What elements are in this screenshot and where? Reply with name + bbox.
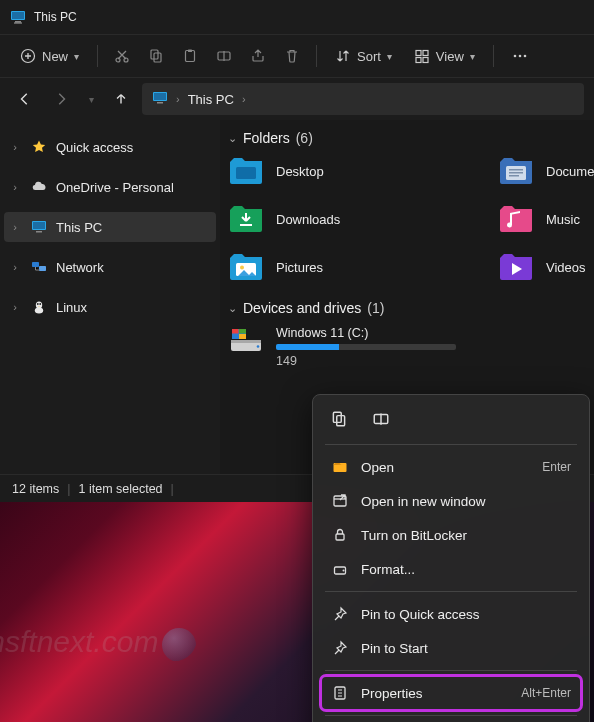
sort-button[interactable]: Sort ▾: [327, 44, 400, 68]
chevron-down-icon: ⌄: [228, 302, 237, 315]
delete-button[interactable]: [278, 42, 306, 70]
copy-button[interactable]: [142, 42, 170, 70]
videos-folder-icon: [498, 252, 534, 282]
up-button[interactable]: [106, 84, 136, 114]
svg-rect-9: [186, 51, 195, 62]
chevron-right-icon[interactable]: ›: [8, 181, 22, 193]
this-pc-icon: [152, 90, 168, 109]
sidebar-item-label: Quick access: [56, 140, 133, 155]
folders-group-header[interactable]: ⌄ Folders (6): [220, 120, 594, 152]
star-icon: [30, 138, 48, 156]
view-icon: [414, 48, 430, 64]
ctx-item-properties[interactable]: Properties Alt+Enter: [321, 676, 581, 710]
breadcrumb-location[interactable]: This PC: [188, 92, 234, 107]
folder-open-icon: [331, 458, 349, 476]
svg-point-6: [124, 58, 128, 62]
view-label: View: [436, 49, 464, 64]
sidebar-item-onedrive[interactable]: › OneDrive - Personal: [4, 172, 216, 202]
folder-music[interactable]: Music: [498, 204, 594, 234]
cut-button[interactable]: [108, 42, 136, 70]
ctx-item-shortcut: Alt+Enter: [521, 686, 571, 700]
paste-button[interactable]: [176, 42, 204, 70]
new-button[interactable]: New ▾: [12, 44, 87, 68]
section-title: Folders: [243, 130, 290, 146]
copy-icon: [148, 48, 164, 64]
folder-label: Videos: [546, 260, 586, 275]
ctx-item-format[interactable]: Format...: [321, 552, 581, 586]
sidebar-item-this-pc[interactable]: › This PC: [4, 212, 216, 242]
drive-c[interactable]: Windows 11 (C:) 149: [220, 322, 594, 372]
chevron-right-icon: ›: [242, 93, 246, 105]
more-button[interactable]: [506, 42, 534, 70]
command-bar: New ▾ Sort ▾ View ▾: [0, 34, 594, 78]
chevron-down-icon: ▾: [89, 94, 94, 105]
folder-pictures[interactable]: Pictures: [228, 252, 478, 282]
drive-label: Windows 11 (C:): [276, 326, 456, 340]
svg-point-30: [39, 303, 41, 305]
chevron-right-icon[interactable]: ›: [8, 261, 22, 273]
ctx-item-pin-start[interactable]: Pin to Start: [321, 631, 581, 665]
svg-rect-14: [416, 58, 421, 63]
svg-rect-23: [33, 222, 45, 229]
ctx-item-shortcut: Enter: [542, 460, 571, 474]
format-icon: [331, 560, 349, 578]
svg-rect-26: [39, 266, 46, 271]
svg-point-5: [116, 58, 120, 62]
devices-group-header[interactable]: ⌄ Devices and drives (1): [220, 290, 594, 322]
rename-icon: [216, 48, 232, 64]
folder-documents[interactable]: Documents: [498, 156, 594, 186]
ctx-copy-button[interactable]: [327, 407, 351, 431]
svg-rect-15: [423, 58, 428, 63]
view-button[interactable]: View ▾: [406, 44, 483, 68]
ctx-item-open-new-window[interactable]: Open in new window: [321, 484, 581, 518]
forward-button[interactable]: [46, 84, 76, 114]
ctx-item-label: Pin to Quick access: [361, 607, 480, 622]
svg-rect-35: [509, 175, 519, 177]
ctx-item-label: Turn on BitLocker: [361, 528, 467, 543]
svg-rect-51: [336, 534, 344, 540]
ctx-item-open[interactable]: Open Enter: [321, 450, 581, 484]
chevron-down-icon: ▾: [470, 51, 475, 62]
sidebar-item-network[interactable]: › Network: [4, 252, 216, 282]
folder-desktop[interactable]: Desktop: [228, 156, 478, 186]
svg-rect-39: [231, 340, 261, 343]
folder-videos[interactable]: Videos: [498, 252, 594, 282]
svg-rect-2: [15, 21, 21, 23]
sidebar-item-quick-access[interactable]: › Quick access: [4, 132, 216, 162]
sidebar-item-label: Network: [56, 260, 104, 275]
rename-button[interactable]: [210, 42, 238, 70]
sidebar-item-label: Linux: [56, 300, 87, 315]
svg-rect-34: [509, 172, 523, 174]
sidebar-item-label: OneDrive - Personal: [56, 180, 174, 195]
svg-rect-50: [334, 496, 346, 506]
navigation-pane: › Quick access › OneDrive - Personal › T…: [0, 120, 220, 474]
ctx-item-label: Format...: [361, 562, 415, 577]
sidebar-item-linux[interactable]: › Linux: [4, 292, 216, 322]
trash-icon: [284, 48, 300, 64]
chevron-right-icon: ›: [176, 93, 180, 105]
share-icon: [250, 48, 266, 64]
back-button[interactable]: [10, 84, 40, 114]
folder-label: Desktop: [276, 164, 324, 179]
ctx-item-pin-quick-access[interactable]: Pin to Quick access: [321, 597, 581, 631]
bitlocker-icon: [331, 526, 349, 544]
drive-free-text: 149: [276, 354, 456, 368]
svg-point-18: [524, 55, 527, 58]
chevron-right-icon[interactable]: ›: [8, 221, 22, 233]
copy-icon: [330, 410, 348, 428]
ctx-rename-button[interactable]: [369, 407, 393, 431]
recent-button[interactable]: ▾: [82, 84, 100, 114]
chevron-right-icon[interactable]: ›: [8, 141, 22, 153]
svg-rect-24: [36, 231, 42, 233]
svg-rect-33: [509, 169, 523, 171]
chevron-right-icon[interactable]: ›: [8, 301, 22, 313]
sort-label: Sort: [357, 49, 381, 64]
titlebar[interactable]: This PC: [0, 0, 594, 34]
address-bar[interactable]: › This PC ›: [142, 83, 584, 115]
section-count: (6): [296, 130, 313, 146]
svg-rect-45: [239, 334, 246, 339]
ctx-item-bitlocker[interactable]: Turn on BitLocker: [321, 518, 581, 552]
folder-downloads[interactable]: Downloads: [228, 204, 478, 234]
drive-icon: [228, 326, 264, 356]
share-button[interactable]: [244, 42, 272, 70]
